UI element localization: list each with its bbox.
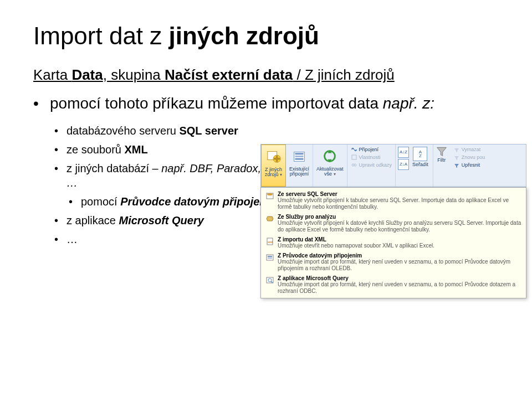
filter-options: Vymazat Znovu pou Upřesnit: [450, 145, 489, 187]
sub-bullet-wizard: pomocí Průvodce datovým připojením: [81, 194, 280, 209]
sql-server-icon: [265, 192, 274, 200]
main-bullet: pomocí tohoto příkazu můžeme importovat …: [50, 94, 499, 114]
analysis-icon: [265, 214, 274, 223]
excel-ribbon: Z jinýchzdrojů ▾ Existujícípřipojení Akt…: [260, 144, 526, 187]
funnel-icon: [436, 146, 448, 157]
svg-text:xml: xml: [268, 240, 273, 244]
svg-point-10: [352, 164, 354, 166]
clear-icon: [453, 146, 460, 153]
sort-az-button[interactable]: A↓Z: [398, 147, 409, 158]
existing-connections-icon: [291, 148, 308, 164]
sort-group: A↓Z Z↓A AZ Seřadit: [396, 145, 433, 187]
chevron-down-icon: ▾: [280, 172, 282, 177]
link-icon: [351, 146, 357, 153]
properties-option[interactable]: Vlastnosti: [351, 154, 392, 161]
refresh-all-button[interactable]: Aktualizovatvše ▾: [313, 145, 347, 187]
other-sources-icon: [265, 148, 282, 165]
from-other-sources-button[interactable]: Z jinýchzdrojů ▾: [261, 145, 286, 187]
sub-bullet-xml: ze souborů XML: [66, 142, 266, 157]
reapply-icon: [453, 154, 460, 161]
sub-bullet-msquery: z aplikace Microsoft Query: [66, 213, 266, 228]
sub-bullet-ellipsis: …: [66, 232, 266, 246]
svg-point-13: [267, 193, 273, 195]
edit-link-icon: [351, 162, 357, 168]
wizard-icon: [265, 253, 274, 262]
xml-icon: xml: [265, 237, 274, 246]
svg-rect-9: [352, 155, 356, 159]
title-bold: jiných zdrojů: [169, 22, 319, 49]
tooltip-item-wizard[interactable]: Z Průvodce datovým připojenímUmožňuje im…: [265, 252, 521, 272]
title-pre: Import dat z: [33, 22, 169, 49]
advanced-icon: [453, 162, 460, 168]
svg-rect-3: [274, 158, 280, 160]
chevron-down-icon: ▾: [334, 172, 336, 177]
edit-links-option[interactable]: Upravit odkazy: [351, 162, 392, 168]
subtitle: Karta Data, skupina Načíst externí data …: [33, 66, 499, 84]
msquery-icon: [265, 276, 274, 285]
svg-rect-5: [295, 153, 304, 154]
svg-rect-17: [268, 256, 272, 257]
slide-title: Import dat z jiných zdrojů: [33, 22, 499, 50]
tooltip-item-analysis[interactable]: Ze Služby pro analýzuUmožňuje vytvořit p…: [265, 214, 521, 233]
svg-rect-6: [295, 156, 304, 157]
connections-group: Připojení Vlastnosti Upravit odkazy: [347, 145, 396, 187]
filter-button[interactable]: Filtr: [433, 145, 450, 187]
svg-rect-7: [295, 158, 304, 160]
refresh-icon: [321, 148, 338, 164]
ribbon-screenshot: Z jinýchzdrojů ▾ Existujícípřipojení Akt…: [260, 144, 526, 298]
properties-icon: [351, 154, 357, 161]
svg-rect-18: [268, 257, 272, 259]
tooltip-item-sql[interactable]: Ze serveru SQL ServerUmožňuje vytvořit p…: [265, 191, 521, 210]
sort-icon: AZ: [413, 147, 427, 161]
sort-button[interactable]: AZ Seřadit: [410, 147, 431, 184]
existing-connections-button[interactable]: Existujícípřipojení: [286, 145, 313, 187]
clear-option[interactable]: Vymazat: [453, 146, 485, 153]
sub-bullet-sql: databázového serveru SQL server: [66, 123, 266, 138]
sub-bullet-otherdb: z jiných databází – např. DBF, Paradox, …: [66, 161, 266, 190]
advanced-option[interactable]: Upřesnit: [453, 162, 485, 168]
reapply-option[interactable]: Znovu pou: [453, 154, 485, 161]
sources-tooltip: Ze serveru SQL ServerUmožňuje vytvořit p…: [260, 187, 526, 298]
tooltip-item-xml[interactable]: xml Z importu dat XMLUmožňuje otevřít ne…: [265, 236, 521, 249]
sort-za-button[interactable]: Z↓A: [398, 159, 409, 170]
svg-point-11: [354, 164, 356, 166]
connections-option[interactable]: Připojení: [351, 146, 392, 153]
tooltip-item-msquery[interactable]: Z aplikace Microsoft QueryUmožňuje impor…: [265, 275, 521, 295]
